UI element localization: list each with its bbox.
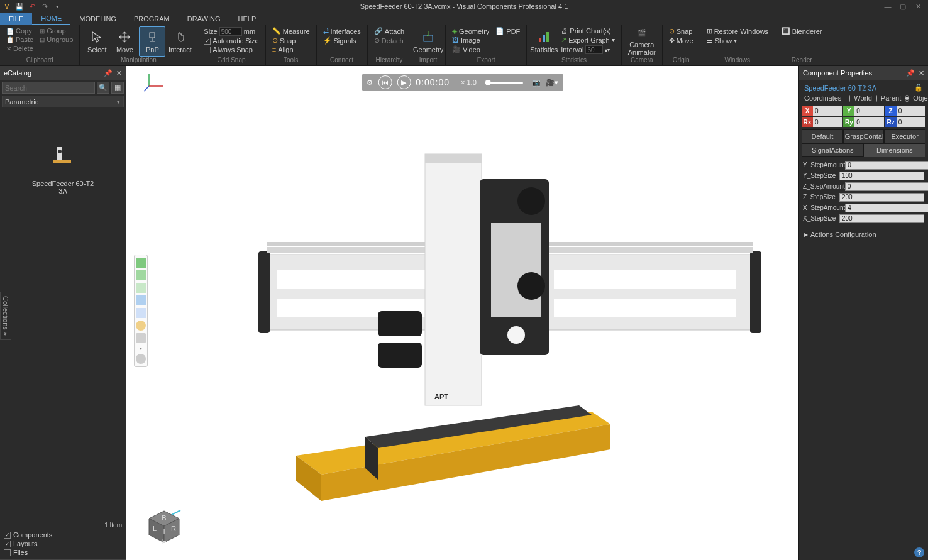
maximize-icon[interactable]: ▢ bbox=[898, 1, 908, 11]
blenderer-button[interactable]: 🔳Blenderer bbox=[779, 26, 825, 36]
close-icon[interactable]: ✕ bbox=[913, 1, 923, 11]
view-mode-1-icon[interactable] bbox=[136, 270, 146, 280]
filter-components-checkbox[interactable]: ✓Components bbox=[4, 530, 122, 539]
toolbar-expand-icon[interactable]: ▾ bbox=[136, 346, 146, 351]
playback-speed[interactable]: × 1.0 bbox=[461, 79, 477, 86]
rz-input[interactable]: 0 bbox=[897, 117, 925, 127]
save-icon[interactable]: 💾 bbox=[14, 1, 25, 12]
tab-executor[interactable]: Executor bbox=[884, 129, 925, 143]
move-button[interactable]: Move bbox=[111, 26, 138, 57]
paste-button[interactable]: 📋Paste bbox=[4, 35, 36, 44]
undo-icon[interactable]: ↶ bbox=[26, 1, 38, 12]
interval-input[interactable] bbox=[585, 45, 603, 54]
view-toggle-icon[interactable]: ▦ bbox=[111, 82, 124, 94]
tab-program[interactable]: PROGRAM bbox=[125, 13, 179, 25]
properties-close-icon[interactable]: ✕ bbox=[919, 69, 924, 77]
collections-tab[interactable]: Collections » bbox=[0, 292, 11, 340]
rx-input[interactable]: 0 bbox=[813, 117, 842, 127]
view-mode-3-icon[interactable] bbox=[136, 295, 146, 305]
align-button[interactable]: ≡Align bbox=[270, 45, 312, 54]
qat-dropdown-icon[interactable]: ▾ bbox=[52, 1, 63, 12]
view-mode-7-icon[interactable] bbox=[136, 354, 146, 364]
x-input[interactable]: 0 bbox=[813, 106, 842, 116]
origin-move-button[interactable]: ✥Move bbox=[666, 36, 696, 45]
play-button[interactable]: ▶ bbox=[397, 75, 411, 89]
gridsnap-always-checkbox[interactable]: Always Snap bbox=[201, 45, 261, 54]
actions-config-section[interactable]: ▸ Actions Configuration bbox=[799, 226, 928, 243]
gridsnap-auto-checkbox[interactable]: ✓Automatic Size bbox=[201, 36, 261, 45]
ungroup-button[interactable]: ⊟Ungroup bbox=[37, 35, 75, 44]
view-mode-6-icon[interactable] bbox=[136, 333, 146, 343]
origin-snap-button[interactable]: ⊙Snap bbox=[666, 26, 696, 36]
pin-icon[interactable]: 📌 bbox=[104, 69, 113, 77]
category-combo[interactable]: Parametric bbox=[2, 96, 124, 107]
export-video-button[interactable]: 🎥Video bbox=[450, 45, 492, 54]
y-stepsize-input[interactable] bbox=[839, 172, 924, 180]
view-mode-2-icon[interactable] bbox=[136, 283, 146, 293]
gridsnap-size-input[interactable] bbox=[219, 27, 242, 36]
tab-home[interactable]: HOME bbox=[32, 13, 70, 25]
tab-modeling[interactable]: MODELING bbox=[70, 13, 125, 25]
viewport-3d[interactable]: ⚙ ⏮ ▶ 0:00:00 × 1.0 📷 🎥▾ ▾ bbox=[126, 66, 798, 560]
export-graph-button[interactable]: ↗Export Graph▾ bbox=[558, 35, 617, 45]
tab-default[interactable]: Default bbox=[802, 129, 843, 143]
tab-dimensions[interactable]: Dimensions bbox=[864, 143, 926, 157]
lock-icon[interactable]: 🔓 bbox=[914, 84, 923, 92]
snap-button[interactable]: ⊙Snap bbox=[270, 36, 312, 45]
search-icon[interactable]: 🔍 bbox=[97, 82, 109, 94]
filter-files-checkbox[interactable]: Files bbox=[4, 548, 122, 557]
y-stepamount-input[interactable] bbox=[845, 161, 928, 170]
z-input[interactable]: 0 bbox=[897, 106, 925, 116]
export-geometry-button[interactable]: ◈Geometry bbox=[450, 26, 492, 36]
statistics-button[interactable]: Statistics bbox=[531, 26, 557, 57]
help-button[interactable]: ? bbox=[914, 547, 924, 557]
import-geometry-button[interactable]: Geometry bbox=[415, 26, 441, 57]
signals-button[interactable]: ⚡Signals bbox=[321, 36, 363, 45]
x-stepsize-input[interactable] bbox=[839, 214, 924, 223]
panel-close-icon[interactable]: ✕ bbox=[116, 69, 122, 77]
radio-parent[interactable] bbox=[876, 95, 877, 102]
camera-mode-icon[interactable]: 📷 bbox=[532, 79, 541, 87]
radio-object[interactable] bbox=[905, 95, 909, 102]
attach-button[interactable]: 🔗Attach bbox=[372, 26, 407, 36]
tab-file[interactable]: FILE bbox=[0, 13, 32, 25]
interfaces-button[interactable]: ⇄Interfaces bbox=[321, 26, 363, 36]
select-button[interactable]: Select bbox=[84, 26, 110, 57]
radio-world[interactable] bbox=[849, 95, 850, 102]
x-stepamount-input[interactable] bbox=[845, 204, 928, 212]
group-button[interactable]: ⊞Group bbox=[37, 26, 75, 35]
export-image-button[interactable]: 🖼Image bbox=[450, 36, 492, 45]
print-charts-button[interactable]: 🖨Print Chart(s) bbox=[558, 26, 617, 35]
copy-button[interactable]: 📄Copy bbox=[4, 26, 36, 35]
view-cube[interactable]: B L T R F bbox=[144, 507, 184, 547]
view-mode-4-icon[interactable] bbox=[136, 308, 146, 318]
properties-pin-icon[interactable]: 📌 bbox=[906, 69, 915, 77]
measure-button[interactable]: 📏Measure bbox=[270, 26, 312, 36]
z-stepamount-input[interactable] bbox=[845, 182, 928, 191]
settings-icon[interactable]: ⚙ bbox=[367, 79, 373, 87]
redo-icon[interactable]: ↷ bbox=[39, 1, 50, 12]
minimize-icon[interactable]: — bbox=[883, 1, 893, 11]
interact-button[interactable]: Interact bbox=[167, 26, 193, 57]
tab-grasp[interactable]: GraspContainer bbox=[843, 129, 885, 143]
filter-layouts-checkbox[interactable]: ✓Layouts bbox=[4, 539, 122, 548]
tab-help[interactable]: HELP bbox=[229, 13, 265, 25]
ry-input[interactable]: 0 bbox=[854, 117, 883, 127]
z-stepsize-input[interactable] bbox=[839, 193, 924, 202]
detach-button[interactable]: ⊘Detach bbox=[372, 36, 407, 45]
rewind-button[interactable]: ⏮ bbox=[378, 75, 392, 89]
export-pdf-button[interactable]: 📄PDF bbox=[493, 26, 522, 36]
show-menu-button[interactable]: ☰Show▾ bbox=[704, 36, 771, 45]
delete-button[interactable]: ✕Delete bbox=[4, 44, 36, 53]
search-input[interactable] bbox=[2, 82, 95, 94]
y-input[interactable]: 0 bbox=[854, 106, 883, 116]
view-mode-5-icon[interactable] bbox=[136, 321, 146, 331]
camera-animator-button[interactable]: 🎬CameraAnimator bbox=[626, 26, 658, 57]
pnp-button[interactable]: PnP bbox=[139, 26, 165, 57]
record-icon[interactable]: 🎥▾ bbox=[546, 79, 558, 87]
catalog-item[interactable]: SpeedFeeder 60-T2 3A bbox=[31, 141, 94, 195]
fill-mode-icon[interactable] bbox=[136, 258, 146, 268]
restore-windows-button[interactable]: ⊞Restore Windows bbox=[704, 26, 771, 36]
tab-drawing[interactable]: DRAWING bbox=[179, 13, 229, 25]
tab-signalactions[interactable]: SignalActions bbox=[802, 143, 864, 157]
